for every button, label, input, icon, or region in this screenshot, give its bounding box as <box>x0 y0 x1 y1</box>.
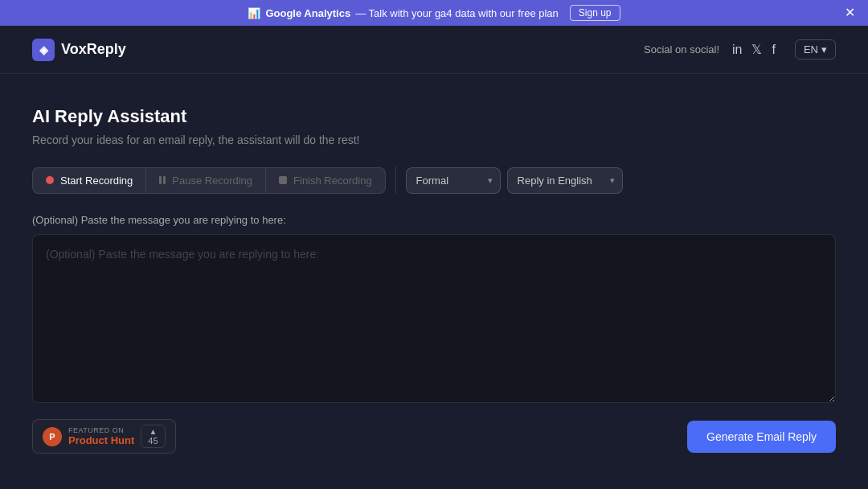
start-recording-button[interactable]: Start Recording <box>32 167 146 194</box>
facebook-icon[interactable]: f <box>772 43 775 57</box>
stop-icon <box>279 176 287 184</box>
pause-recording-button[interactable]: Pause Recording <box>146 167 266 194</box>
page-title: AI Reply Assistant <box>32 106 836 127</box>
nav-right: Social on social! in 𝕏 f EN ▾ <box>644 39 836 60</box>
banner-message: — Talk with your ga4 data with our free … <box>355 7 559 19</box>
logo-text: VoxReply <box>61 41 126 58</box>
chevron-down-icon: ▾ <box>821 43 827 55</box>
product-hunt-badge[interactable]: P FEATURED ON Product Hunt ▲ 45 <box>32 419 176 454</box>
banner-text: 📊 Google Analytics — Talk with your ga4 … <box>248 5 620 21</box>
reply-textarea[interactable] <box>32 234 836 403</box>
pause-recording-label: Pause Recording <box>172 175 252 187</box>
finish-recording-label: Finish Recording <box>293 175 372 187</box>
upvote-arrow-icon: ▲ <box>149 427 158 436</box>
main-content: AI Reply Assistant Record your ideas for… <box>0 74 868 478</box>
logo: ◈ VoxReply <box>32 39 126 61</box>
social-label: Social on social! <box>644 43 719 55</box>
announcement-banner: 📊 Google Analytics — Talk with your ga4 … <box>0 0 868 26</box>
product-hunt-name: Product Hunt <box>68 434 134 446</box>
generate-email-reply-button[interactable]: Generate Email Reply <box>687 421 836 453</box>
social-icons: in 𝕏 f <box>732 42 776 57</box>
start-recording-label: Start Recording <box>60 175 133 187</box>
tone-select[interactable]: Formal Casual Professional <box>406 167 501 194</box>
record-dot-icon <box>46 176 54 184</box>
upvote-count: 45 <box>148 436 158 446</box>
language-selector[interactable]: EN ▾ <box>795 39 836 60</box>
banner-brand: Google Analytics <box>265 7 350 19</box>
twitter-icon[interactable]: 𝕏 <box>751 42 762 57</box>
textarea-label: (Optional) Paste the message you are rep… <box>32 214 836 226</box>
recording-controls: Start Recording Pause Recording Finish R… <box>32 166 836 195</box>
finish-recording-button[interactable]: Finish Recording <box>266 167 386 194</box>
logo-icon: ◈ <box>32 39 55 61</box>
vertical-divider <box>395 166 396 195</box>
navbar: ◈ VoxReply Social on social! in 𝕏 f EN ▾ <box>0 26 868 74</box>
page-subtitle: Record your ideas for an email reply, th… <box>32 134 836 146</box>
lang-text: EN <box>804 43 818 55</box>
banner-close-button[interactable]: ✕ <box>845 6 855 19</box>
pause-icon <box>159 176 166 184</box>
linkedin-icon[interactable]: in <box>732 43 742 57</box>
signup-button[interactable]: Sign up <box>570 5 620 21</box>
bottom-row: P FEATURED ON Product Hunt ▲ 45 Generate… <box>32 419 836 454</box>
product-hunt-text: FEATURED ON Product Hunt <box>68 426 134 446</box>
reply-lang-select[interactable]: Reply in English Reply in Spanish Reply … <box>507 167 623 194</box>
product-hunt-icon: P <box>43 427 62 446</box>
tone-select-wrapper[interactable]: Formal Casual Professional ▾ <box>406 167 501 194</box>
lang-select-wrapper[interactable]: Reply in English Reply in Spanish Reply … <box>507 167 623 194</box>
product-hunt-count: ▲ 45 <box>141 425 165 448</box>
product-hunt-featured-label: FEATURED ON <box>68 426 134 434</box>
banner-emoji: 📊 <box>248 7 260 19</box>
